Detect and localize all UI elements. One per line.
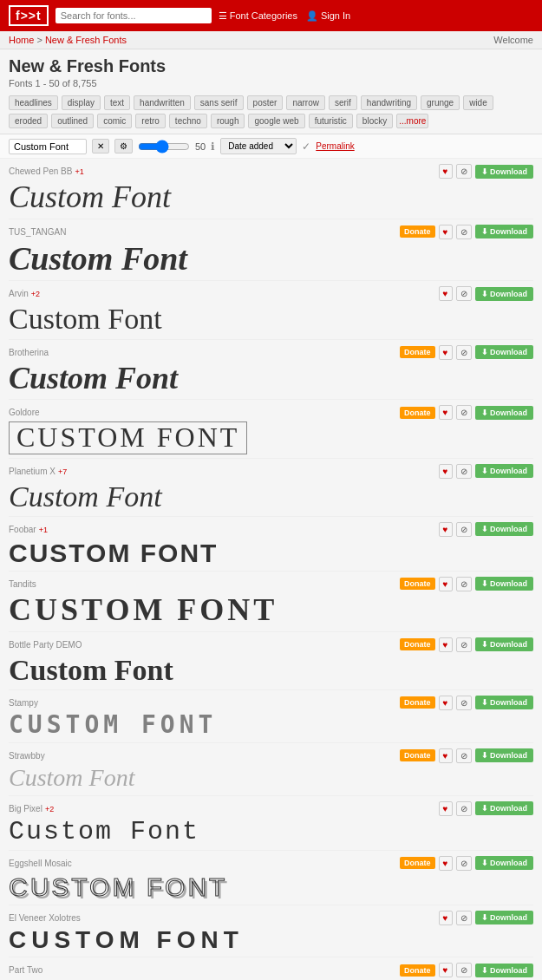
block-button[interactable]: ⊘: [456, 801, 472, 816]
download-button[interactable]: ⬇ Download: [475, 406, 534, 420]
block-button[interactable]: ⊘: [456, 637, 472, 652]
download-button[interactable]: ⬇ Download: [475, 287, 534, 301]
tag-outlined[interactable]: outlined: [51, 114, 94, 128]
font-name-label[interactable]: Stampy: [9, 698, 38, 708]
permalink-link[interactable]: Permalink: [316, 141, 354, 151]
heart-button[interactable]: ♥: [439, 464, 453, 479]
tag-retro[interactable]: retro: [135, 114, 166, 128]
breadcrumb-section[interactable]: New & Fresh Fonts: [45, 35, 127, 45]
font-categories-link[interactable]: ☰ Font Categories: [219, 10, 297, 22]
download-button[interactable]: ⬇ Download: [475, 464, 534, 478]
tag-rough[interactable]: rough: [211, 114, 245, 128]
font-name-label[interactable]: Strawbby: [9, 751, 45, 761]
heart-button[interactable]: ♥: [439, 963, 453, 977]
font-name-label[interactable]: Part Two: [9, 965, 42, 975]
heart-button[interactable]: ♥: [439, 577, 453, 591]
sort-select[interactable]: Date added Most popular Alphabetical: [220, 138, 297, 154]
font-name-label[interactable]: Chewed Pen BB+1: [9, 167, 84, 176]
donate-button[interactable]: Donate: [400, 749, 435, 761]
tag-comic[interactable]: comic: [97, 114, 132, 128]
download-button[interactable]: ⬇ Download: [475, 522, 534, 536]
heart-button[interactable]: ♥: [439, 522, 453, 537]
donate-button[interactable]: Donate: [400, 346, 435, 358]
download-button[interactable]: ⬇ Download: [475, 801, 534, 815]
font-name-label[interactable]: Foobar+1: [9, 525, 48, 534]
font-name-label[interactable]: Goldore: [9, 408, 40, 417]
breadcrumb-home[interactable]: Home: [9, 35, 34, 45]
size-slider[interactable]: [138, 140, 190, 154]
heart-button[interactable]: ♥: [439, 911, 453, 925]
block-button[interactable]: ⊘: [456, 464, 472, 479]
heart-button[interactable]: ♥: [439, 405, 453, 420]
tag-poster[interactable]: poster: [247, 95, 284, 110]
download-button[interactable]: ⬇ Download: [475, 748, 534, 762]
tag-sansserif[interactable]: sans serif: [194, 95, 244, 110]
donate-button[interactable]: Donate: [400, 638, 435, 650]
tag-handwriting[interactable]: handwriting: [361, 95, 417, 110]
tag-futuristic[interactable]: futuristic: [309, 114, 353, 128]
tag-wide[interactable]: wide: [463, 95, 493, 110]
donate-button[interactable]: Donate: [400, 696, 435, 709]
block-button[interactable]: ⊘: [456, 856, 472, 871]
heart-button[interactable]: ♥: [439, 801, 453, 816]
heart-button[interactable]: ♥: [439, 345, 453, 360]
preview-text-input[interactable]: [9, 139, 87, 154]
tag-eroded[interactable]: eroded: [9, 114, 48, 128]
block-button[interactable]: ⊘: [456, 345, 472, 360]
heart-button[interactable]: ♥: [439, 637, 453, 652]
heart-button[interactable]: ♥: [439, 164, 453, 179]
tag-handwritten[interactable]: handwritten: [134, 95, 191, 110]
block-button[interactable]: ⊘: [456, 911, 472, 925]
download-button[interactable]: ⬇ Download: [475, 165, 534, 179]
block-button[interactable]: ⊘: [456, 748, 472, 763]
download-button[interactable]: ⬇ Download: [475, 577, 534, 591]
heart-button[interactable]: ♥: [439, 286, 453, 301]
tag-display[interactable]: display: [62, 95, 101, 110]
reset-button[interactable]: ✕: [92, 139, 109, 154]
block-button[interactable]: ⊘: [456, 286, 472, 301]
heart-button[interactable]: ♥: [439, 225, 453, 239]
font-name-label[interactable]: TUS_TANGAN: [9, 227, 67, 237]
block-button[interactable]: ⊘: [456, 696, 472, 710]
download-button[interactable]: ⬇ Download: [475, 637, 534, 651]
tag-grunge[interactable]: grunge: [421, 95, 460, 110]
download-button[interactable]: ⬇ Download: [475, 696, 534, 709]
font-name-label[interactable]: Arvin+2: [9, 289, 40, 298]
font-name-label[interactable]: Eggshell Mosaic: [9, 859, 72, 868]
tag-more[interactable]: ...more: [396, 114, 428, 128]
download-button[interactable]: ⬇ Download: [475, 225, 534, 238]
tag-headlines[interactable]: headlines: [9, 95, 58, 110]
font-name-label[interactable]: Planetium X+7: [9, 467, 67, 476]
search-input[interactable]: [56, 8, 212, 23]
tag-text[interactable]: text: [104, 95, 130, 110]
tag-techno[interactable]: techno: [169, 114, 207, 128]
donate-button[interactable]: Donate: [400, 407, 435, 419]
tag-narrow[interactable]: narrow: [286, 95, 325, 110]
block-button[interactable]: ⊘: [456, 164, 472, 179]
download-button[interactable]: ⬇ Download: [475, 345, 534, 359]
tag-serif[interactable]: serif: [329, 95, 357, 110]
font-name-label[interactable]: El Veneer Xolotres: [9, 913, 81, 923]
heart-button[interactable]: ♥: [439, 696, 453, 710]
heart-button[interactable]: ♥: [439, 856, 453, 871]
tag-googleweb[interactable]: google web: [248, 114, 304, 128]
tag-blocky[interactable]: blocky: [356, 114, 393, 128]
donate-button[interactable]: Donate: [400, 857, 435, 869]
font-name-label[interactable]: Bottle Party DEMO: [9, 640, 82, 650]
heart-button[interactable]: ♥: [439, 748, 453, 763]
block-button[interactable]: ⊘: [456, 405, 472, 420]
donate-button[interactable]: Donate: [400, 964, 435, 977]
font-name-label[interactable]: Brotherina: [9, 348, 49, 357]
block-button[interactable]: ⊘: [456, 963, 472, 977]
font-name-label[interactable]: Tandits: [9, 579, 36, 589]
download-button[interactable]: ⬇ Download: [475, 964, 534, 977]
block-button[interactable]: ⊘: [456, 577, 472, 591]
block-button[interactable]: ⊘: [456, 522, 472, 537]
donate-button[interactable]: Donate: [400, 578, 435, 590]
font-name-label[interactable]: Big Pixel+2: [9, 804, 54, 813]
download-button[interactable]: ⬇ Download: [475, 856, 534, 870]
sign-in-link[interactable]: 👤 Sign In: [306, 10, 350, 22]
settings-button[interactable]: ⚙: [114, 139, 133, 154]
download-button[interactable]: ⬇ Download: [475, 911, 534, 924]
block-button[interactable]: ⊘: [456, 225, 472, 239]
